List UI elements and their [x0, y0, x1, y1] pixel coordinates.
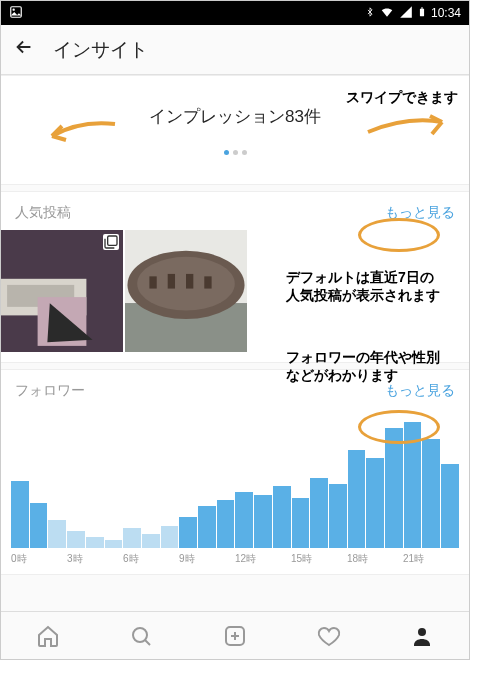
chart-bar	[235, 492, 253, 548]
chart-bar	[329, 484, 347, 548]
status-bar: 10:34	[1, 1, 469, 25]
back-icon[interactable]	[13, 36, 35, 64]
svg-rect-13	[149, 276, 156, 288]
multi-photo-icon	[103, 234, 119, 250]
dot-active	[224, 150, 229, 155]
svg-point-1	[13, 8, 15, 10]
chart-bar	[179, 517, 197, 548]
chart-bar	[254, 495, 272, 548]
app-bar: インサイト	[1, 25, 469, 75]
svg-rect-15	[186, 274, 193, 289]
chart-bar	[217, 500, 235, 548]
chart-bar	[105, 540, 123, 548]
chart-bar	[348, 450, 366, 548]
svg-rect-8	[108, 236, 117, 245]
nav-home[interactable]	[1, 612, 95, 659]
nav-profile[interactable]	[375, 612, 469, 659]
impressions-label: インプレッション83件	[149, 105, 321, 128]
bottom-nav	[1, 611, 469, 659]
xaxis-tick: 18時	[347, 552, 403, 566]
popular-thumbnails	[1, 230, 469, 362]
chart-bar	[123, 528, 141, 548]
wifi-icon	[379, 5, 395, 22]
svg-point-17	[133, 628, 147, 642]
xaxis-tick: 15時	[291, 552, 347, 566]
chart-bar	[404, 422, 422, 548]
nav-search[interactable]	[95, 612, 189, 659]
page-title: インサイト	[53, 37, 148, 63]
nav-add[interactable]	[188, 612, 282, 659]
signal-icon	[399, 5, 413, 22]
chart-bar	[86, 537, 104, 548]
phone-frame: 10:34 インサイト インプレッション83件 人気投稿 もっと見る	[0, 0, 470, 660]
dot	[233, 150, 238, 155]
chart-bar	[142, 534, 160, 548]
chart-bar	[48, 520, 66, 548]
followers-card: フォロワー もっと見る 0時3時6時9時12時15時18時21時	[1, 369, 469, 575]
nav-activity[interactable]	[282, 612, 376, 659]
followers-chart: 0時3時6時9時12時15時18時21時	[1, 408, 469, 574]
svg-rect-0	[11, 6, 22, 17]
svg-rect-2	[420, 8, 424, 16]
xaxis-tick: 6時	[123, 552, 179, 566]
chart-bar	[385, 428, 403, 548]
xaxis-tick: 12時	[235, 552, 291, 566]
popular-title: 人気投稿	[15, 204, 71, 222]
content-scroll[interactable]: インプレッション83件 人気投稿 もっと見る	[1, 75, 469, 575]
chart-bar	[273, 486, 291, 548]
bluetooth-icon	[365, 5, 375, 22]
thumbnail-2[interactable]	[125, 230, 247, 352]
chart-bar	[30, 503, 48, 548]
chart-bar	[422, 439, 440, 548]
xaxis-tick: 9時	[179, 552, 235, 566]
impressions-card[interactable]: インプレッション83件	[1, 75, 469, 185]
clock-text: 10:34	[431, 6, 461, 20]
svg-point-19	[418, 628, 426, 636]
svg-rect-16	[204, 276, 211, 288]
chart-bar	[198, 506, 216, 548]
svg-rect-3	[421, 7, 423, 8]
popular-posts-card: 人気投稿 もっと見る	[1, 191, 469, 363]
popular-more-link[interactable]: もっと見る	[385, 204, 455, 222]
chart-bar	[161, 526, 179, 548]
chart-bar	[441, 464, 459, 548]
svg-rect-14	[168, 274, 175, 289]
chart-bar	[292, 498, 310, 548]
battery-icon	[417, 5, 427, 22]
thumbnail-1[interactable]	[1, 230, 123, 352]
followers-more-link[interactable]: もっと見る	[385, 382, 455, 400]
dot	[242, 150, 247, 155]
chart-bar	[67, 531, 85, 548]
chart-bar	[366, 458, 384, 548]
chart-bar	[310, 478, 328, 548]
carousel-dots	[224, 150, 247, 155]
image-icon	[9, 5, 23, 22]
followers-title: フォロワー	[15, 382, 85, 400]
chart-bar	[11, 481, 29, 548]
xaxis-tick: 21時	[403, 552, 459, 566]
xaxis-tick: 3時	[67, 552, 123, 566]
xaxis-tick: 0時	[11, 552, 67, 566]
